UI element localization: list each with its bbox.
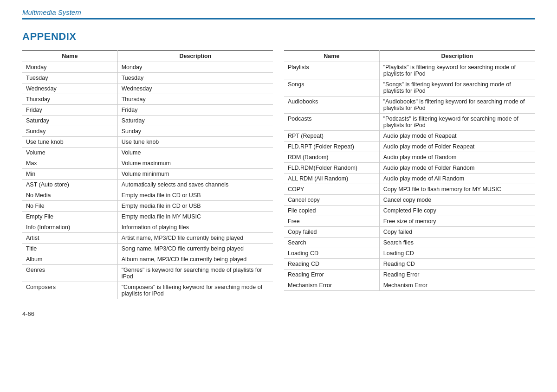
page-header: Multimedia System (22, 8, 535, 19)
table-cell-description: Empty media file in MY MUSIC (117, 212, 273, 222)
table-cell-name: Saturday (22, 116, 117, 126)
table-row: SundaySunday (22, 126, 273, 137)
table-cell-description: Artist name, MP3/CD file currently being… (117, 233, 273, 244)
table-cell-description: Automatically selects and saves channels (117, 180, 273, 190)
table-row: MinVolume mininmum (22, 169, 273, 180)
table-cell-name: Monday (22, 62, 117, 73)
table-cell-name: Min (22, 169, 117, 180)
table-row: Use tune knobUse tune knob (22, 137, 273, 148)
table-row: File copiedCompleted File copy (284, 206, 535, 216)
table-cell-name: No File (22, 201, 117, 212)
table-cell-name: Genres (22, 265, 117, 282)
table-cell-name: FLD.RDM(Folder Random) (284, 163, 379, 174)
table-row: No MediaEmpty media file in CD or USB (22, 190, 273, 201)
table-cell-name: Volume (22, 148, 117, 158)
table-row: VolumeVolume (22, 148, 273, 158)
table-row: AST (Auto store)Automatically selects an… (22, 180, 273, 190)
table-cell-name: Reading Error (284, 270, 379, 280)
table-cell-description: Thursday (117, 94, 273, 105)
table-cell-name: FLD.RPT (Folder Repeat) (284, 141, 379, 152)
table-cell-name: Title (22, 244, 117, 254)
table-cell-description: "Podcasts" is filtering keyword for sear… (379, 114, 535, 131)
table-cell-name: RPT (Repeat) (284, 131, 379, 141)
table-cell-name: Tuesday (22, 73, 117, 84)
table-cell-description: Volume (117, 148, 273, 158)
table-row: SearchSearch files (284, 238, 535, 248)
table-cell-name: Info (Information) (22, 222, 117, 233)
table-cell-name: Friday (22, 105, 117, 116)
table-cell-name: Sunday (22, 126, 117, 137)
table-cell-name: Mechanism Error (284, 280, 379, 291)
table-cell-description: Monday (117, 62, 273, 73)
table-cell-description: Audio play mode of Folder Reapeat (379, 141, 535, 152)
table-cell-description: "Playlists" is filtering keyword for sea… (379, 62, 535, 79)
table-cell-name: Audiobooks (284, 96, 379, 114)
table-cell-name: Loading CD (284, 248, 379, 259)
table-cell-description: Saturday (117, 116, 273, 126)
table-cell-description: Wednesday (117, 84, 273, 94)
table-cell-description: Cancel copy mode (379, 195, 535, 206)
table-cell-description: Free size of memory (379, 216, 535, 227)
table-cell-description: Audio play mode of Reapeat (379, 131, 535, 141)
header-title: Multimedia System (22, 8, 81, 16)
table-cell-name: COPY (284, 184, 379, 195)
table-cell-description: Copy failed (379, 227, 535, 238)
table-cell-description: Mechanism Error (379, 280, 535, 291)
left-table-container: Name Description MondayMondayTuesdayTues… (22, 50, 273, 299)
table-cell-description: Tuesday (117, 73, 273, 84)
table-row: FLD.RPT (Folder Repeat)Audio play mode o… (284, 141, 535, 152)
table-row: SaturdaySaturday (22, 116, 273, 126)
table-cell-name: Album (22, 254, 117, 265)
table-cell-description: "Genres" is keyword for searching mode o… (117, 265, 273, 282)
table-cell-name: Songs (284, 79, 379, 96)
table-row: Composers"Composers" is filtering keywor… (22, 282, 273, 299)
table-row: Mechanism ErrorMechanism Error (284, 280, 535, 291)
table-row: Audiobooks"Audiobooks" is filtering keyw… (284, 96, 535, 114)
table-cell-name: Cancel copy (284, 195, 379, 206)
table-cell-name: Wednesday (22, 84, 117, 94)
right-table: Name Description Playlists"Playlists" is… (284, 50, 535, 291)
table-cell-name: RDM (Random) (284, 152, 379, 163)
table-row: ArtistArtist name, MP3/CD file currently… (22, 233, 273, 244)
table-row: Reading ErrorReading Error (284, 270, 535, 280)
table-cell-name: Search (284, 238, 379, 248)
table-row: Podcasts"Podcasts" is filtering keyword … (284, 114, 535, 131)
table-row: RPT (Repeat)Audio play mode of Reapeat (284, 131, 535, 141)
table-cell-description: "Composers" is filtering keyword for sea… (117, 282, 273, 299)
table-row: ALL RDM (All Random)Audio play mode of A… (284, 174, 535, 184)
table-cell-description: "Songs" is filtering keyword for searchi… (379, 79, 535, 96)
table-cell-description: Use tune knob (117, 137, 273, 148)
table-cell-name: File copied (284, 206, 379, 216)
table-cell-description: Album name, MP3/CD file currently being … (117, 254, 273, 265)
table-row: No FileEmpty media file in CD or USB (22, 201, 273, 212)
table-row: TuesdayTuesday (22, 73, 273, 84)
table-cell-name: Empty File (22, 212, 117, 222)
table-row: Reading CDReading CD (284, 259, 535, 270)
table-cell-name: Free (284, 216, 379, 227)
table-cell-description: Audio play mode of Random (379, 152, 535, 163)
table-cell-description: Copy MP3 file to flash memory for MY MUS… (379, 184, 535, 195)
table-cell-name: Artist (22, 233, 117, 244)
table-row: FreeFree size of memory (284, 216, 535, 227)
left-col2-header: Description (117, 51, 273, 62)
table-row: RDM (Random)Audio play mode of Random (284, 152, 535, 163)
left-table: Name Description MondayMondayTuesdayTues… (22, 50, 273, 299)
table-cell-name: Playlists (284, 62, 379, 79)
page-number: 4-66 (22, 310, 535, 317)
right-col1-header: Name (284, 51, 379, 62)
table-cell-description: Search files (379, 238, 535, 248)
table-row: Playlists"Playlists" is filtering keywor… (284, 62, 535, 79)
table-row: Loading CDLoading CD (284, 248, 535, 259)
table-row: COPYCopy MP3 file to flash memory for MY… (284, 184, 535, 195)
table-cell-description: Volume mininmum (117, 169, 273, 180)
table-cell-name: Composers (22, 282, 117, 299)
table-cell-name: Use tune knob (22, 137, 117, 148)
table-row: Cancel copyCancel copy mode (284, 195, 535, 206)
table-cell-description: Empty media file in CD or USB (117, 201, 273, 212)
table-cell-description: Completed File copy (379, 206, 535, 216)
table-cell-description: Song name, MP3/CD file currently being p… (117, 244, 273, 254)
table-cell-name: No Media (22, 190, 117, 201)
table-cell-description: Loading CD (379, 248, 535, 259)
table-cell-name: Reading CD (284, 259, 379, 270)
table-cell-description: Information of playing files (117, 222, 273, 233)
